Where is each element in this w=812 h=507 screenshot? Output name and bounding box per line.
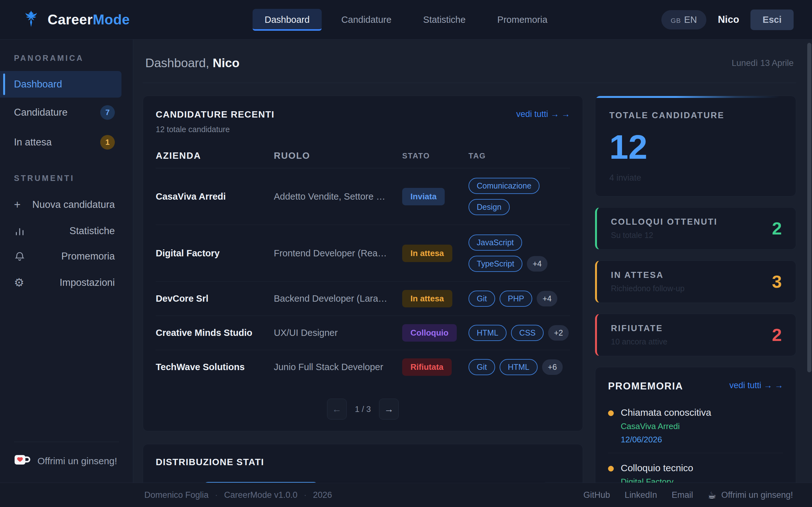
- total-value: 12: [609, 130, 782, 164]
- rejected-card: RIFIUTATE 10 ancora attive 2: [595, 314, 796, 356]
- tool-item-label: Nuova candidatura: [32, 199, 115, 210]
- tool-item-label: Promemoria: [61, 250, 115, 262]
- phoenix-logo-icon: [21, 9, 41, 31]
- support-ginseng-button[interactable]: Offrimi un ginseng!: [14, 442, 119, 483]
- table-row[interactable]: DevCore Srl Backend Developer (Lara… In …: [156, 282, 570, 316]
- logout-button[interactable]: Esci: [751, 9, 794, 30]
- reminder-item[interactable]: Chiamata conoscitiva CasaViva Arredi 12/…: [608, 398, 783, 453]
- footer-author: Domenico Foglia: [144, 490, 209, 500]
- bell-icon: [14, 250, 28, 262]
- sidebar-section-strumenti: STRUMENTI: [0, 174, 133, 183]
- app-body: PANORAMICA Dashboard Candidature 7 In at…: [0, 40, 812, 483]
- bullet-dot-icon: [608, 410, 614, 416]
- language-code: EN: [684, 14, 697, 25]
- recent-see-all-link[interactable]: vedi tutti → →: [516, 109, 570, 119]
- footer-version: CareerMode v1.0.0: [224, 490, 298, 500]
- waiting-subtitle: Richiedono follow-up: [611, 284, 684, 293]
- username: Nico: [718, 14, 739, 25]
- sidebar-item-promemoria[interactable]: Promemoria: [0, 244, 133, 269]
- sidebar-item-label: Candidature: [14, 107, 67, 118]
- table-row[interactable]: Digital Factory Frontend Developer (Rea……: [156, 225, 570, 282]
- bullet-dot-icon: [608, 466, 614, 471]
- status-badge: Colloquio: [402, 324, 457, 342]
- sidebar-item-nuova-candidatura[interactable]: + Nuova candidatura: [0, 191, 133, 218]
- bar-chart-icon: [14, 225, 28, 237]
- company-name: DevCore Srl: [156, 293, 274, 304]
- waiting-value: 3: [772, 273, 782, 291]
- total-label: TOTALE CANDIDATURE: [609, 111, 782, 120]
- pagination-next-button[interactable]: →: [379, 399, 399, 419]
- careermode-app: CareerMode Dashboard Candidature Statist…: [0, 0, 812, 507]
- table-row[interactable]: CasaViva Arredi Addetto Vendite, Settore…: [156, 168, 570, 225]
- navbar-right: GB EN Nico Esci: [661, 9, 794, 30]
- footer-support-link[interactable]: ☕ Offrimi un ginseng!: [708, 490, 793, 501]
- pagination-prev-button[interactable]: ←: [327, 399, 347, 419]
- nav-tab-statistiche[interactable]: Statistiche: [411, 9, 478, 31]
- status-badge: Rifiutata: [402, 358, 452, 376]
- page-title-username: Nico: [212, 56, 240, 70]
- top-navbar: CareerMode Dashboard Candidature Statist…: [0, 0, 812, 40]
- sidebar-item-candidature[interactable]: Candidature 7: [0, 98, 133, 127]
- reminder-item[interactable]: Colloquio tecnico Digital Factory 21/09/…: [608, 453, 783, 483]
- reminder-title: Colloquio tecnico: [621, 463, 693, 473]
- footer: Domenico Foglia · CareerMode v1.0.0 · 20…: [0, 483, 812, 507]
- column-stato: STATO: [402, 152, 468, 160]
- main-content: Dashboard, Nico Lunedì 13 Aprile CANDIDA…: [133, 40, 812, 483]
- company-name: TechWave Solutions: [156, 362, 274, 372]
- footer-links: GitHub LinkedIn Email ☕ Offrimi un ginse…: [583, 490, 793, 501]
- nav-tab-candidature[interactable]: Candidature: [329, 9, 403, 31]
- arrow-right-icon: →: [774, 381, 783, 390]
- footer-support-label: Offrimi un ginseng!: [721, 490, 793, 500]
- tag-pill: JavaScript: [468, 234, 522, 250]
- distribution-title: DISTRIBUZIONE STATI: [156, 457, 570, 467]
- coffee-cup-icon: ☕: [708, 490, 716, 501]
- sidebar-item-impostazioni[interactable]: ⚙ Impostazioni: [0, 269, 133, 296]
- role: Addetto Vendite, Settore …: [274, 191, 402, 202]
- footer-year: 2026: [313, 490, 332, 500]
- footer-credits: Domenico Foglia · CareerMode v1.0.0 · 20…: [144, 490, 332, 500]
- reminders-title: PROMEMORIA: [608, 381, 683, 392]
- vertical-scrollbar[interactable]: [807, 43, 811, 372]
- footer-link-email[interactable]: Email: [671, 490, 693, 500]
- nav-tab-promemoria[interactable]: Promemoria: [485, 9, 560, 31]
- tag-pill: HTML: [500, 359, 538, 375]
- nav-tab-dashboard[interactable]: Dashboard: [252, 9, 322, 31]
- company-name: Digital Factory: [156, 248, 274, 259]
- waiting-label: IN ATTESA: [611, 270, 684, 280]
- pagination: ← 1 / 3 →: [156, 397, 570, 419]
- brand-logo[interactable]: CareerMode: [21, 9, 130, 31]
- in-attesa-count-badge: 1: [100, 135, 115, 150]
- plus-icon: +: [14, 198, 28, 211]
- table-row[interactable]: Creative Minds Studio UX/UI Designer Col…: [156, 316, 570, 350]
- tag-pill: Git: [468, 291, 495, 307]
- column-azienda: AZIENDA: [156, 151, 274, 161]
- pagination-indicator: 1 / 3: [355, 404, 371, 414]
- reminder-title: Chiamata conoscitiva: [621, 407, 711, 418]
- support-label: Offrimi un ginseng!: [38, 456, 117, 466]
- role: Frontend Developer (Rea…: [274, 248, 402, 259]
- column-tag: TAG: [468, 152, 486, 160]
- more-tags-badge: +2: [548, 325, 569, 341]
- reminders-see-all-link[interactable]: vedi tutti → →: [729, 381, 783, 390]
- status-badge: In attesa: [402, 290, 452, 307]
- sidebar-item-label: In attesa: [14, 136, 52, 148]
- status-distribution-card: DISTRIBUZIONE STATI Inviata 4 Colloquio: [143, 444, 583, 483]
- tool-item-label: Statistiche: [69, 225, 115, 237]
- sidebar-item-dashboard[interactable]: Dashboard: [0, 71, 121, 98]
- interviews-subtitle: Su totale 12: [611, 231, 717, 240]
- reminders-card: PROMEMORIA vedi tutti → → Chiamata conos…: [595, 367, 796, 483]
- footer-link-github[interactable]: GitHub: [583, 490, 610, 500]
- arrow-right-icon: →: [561, 109, 570, 119]
- rejected-label: RIFIUTATE: [611, 324, 667, 333]
- sidebar-item-in-attesa[interactable]: In attesa 1: [0, 127, 133, 157]
- heart-mug-icon: [14, 453, 31, 469]
- total-subtitle: 4 inviate: [609, 173, 782, 183]
- tag-pill: PHP: [500, 291, 532, 307]
- language-switch[interactable]: GB EN: [661, 10, 707, 30]
- sidebar-item-statistiche[interactable]: Statistiche: [0, 218, 133, 244]
- table-row[interactable]: TechWave Solutions Junio Full Stack Deve…: [156, 350, 570, 384]
- tag-pill: Comunicazione: [468, 178, 540, 194]
- more-tags-badge: +6: [542, 359, 563, 375]
- role: Junio Full Stack Developer: [274, 362, 402, 372]
- footer-link-linkedin[interactable]: LinkedIn: [624, 490, 657, 500]
